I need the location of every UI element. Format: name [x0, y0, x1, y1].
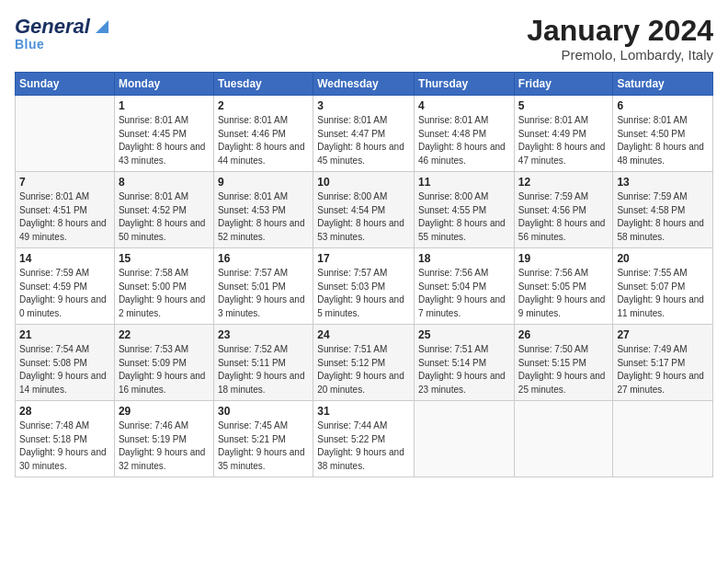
day-number: 31	[317, 405, 410, 418]
calendar-week-row: 7Sunrise: 8:01 AMSunset: 4:51 PMDaylight…	[16, 172, 713, 248]
calendar-cell: 17Sunrise: 7:57 AMSunset: 5:03 PMDayligh…	[313, 248, 415, 325]
day-info: Sunrise: 8:00 AMSunset: 4:55 PMDaylight:…	[418, 190, 510, 244]
day-number: 5	[518, 99, 609, 112]
calendar-cell: 21Sunrise: 7:54 AMSunset: 5:08 PMDayligh…	[16, 325, 115, 401]
day-info: Sunrise: 7:59 AMSunset: 4:59 PMDaylight:…	[19, 267, 110, 320]
day-number: 16	[218, 252, 309, 265]
day-number: 25	[418, 328, 510, 341]
calendar-cell: 15Sunrise: 7:58 AMSunset: 5:00 PMDayligh…	[114, 248, 213, 325]
day-info: Sunrise: 8:01 AMSunset: 4:48 PMDaylight:…	[418, 114, 510, 167]
calendar-cell: 13Sunrise: 7:59 AMSunset: 4:58 PMDayligh…	[613, 172, 713, 248]
calendar-week-row: 14Sunrise: 7:59 AMSunset: 4:59 PMDayligh…	[16, 248, 713, 325]
month-title: January 2024	[527, 15, 713, 47]
day-number: 6	[617, 99, 709, 112]
calendar-week-row: 1Sunrise: 8:01 AMSunset: 4:45 PMDaylight…	[16, 96, 713, 172]
day-number: 15	[119, 252, 210, 265]
day-info: Sunrise: 7:59 AMSunset: 4:56 PMDaylight:…	[518, 190, 609, 244]
calendar-header-row: Sunday Monday Tuesday Wednesday Thursday…	[16, 73, 713, 96]
calendar-table: Sunday Monday Tuesday Wednesday Thursday…	[15, 72, 713, 477]
calendar-week-row: 21Sunrise: 7:54 AMSunset: 5:08 PMDayligh…	[16, 325, 713, 401]
calendar-cell: 4Sunrise: 8:01 AMSunset: 4:48 PMDaylight…	[415, 96, 515, 172]
day-info: Sunrise: 7:56 AMSunset: 5:05 PMDaylight:…	[518, 267, 609, 320]
calendar-cell	[514, 401, 613, 477]
day-number: 20	[617, 252, 709, 265]
day-number: 22	[119, 328, 210, 341]
col-tuesday: Tuesday	[213, 73, 313, 96]
calendar-cell: 27Sunrise: 7:49 AMSunset: 5:17 PMDayligh…	[613, 325, 713, 401]
day-number: 27	[617, 328, 709, 341]
day-number: 9	[218, 176, 309, 189]
day-number: 26	[518, 328, 609, 341]
day-number: 1	[119, 99, 210, 112]
col-sunday: Sunday	[16, 73, 115, 96]
day-number: 30	[218, 405, 309, 418]
col-wednesday: Wednesday	[313, 73, 415, 96]
day-info: Sunrise: 7:46 AMSunset: 5:19 PMDaylight:…	[119, 419, 210, 473]
day-info: Sunrise: 8:01 AMSunset: 4:47 PMDaylight:…	[317, 114, 410, 167]
calendar-cell: 20Sunrise: 7:55 AMSunset: 5:07 PMDayligh…	[613, 248, 713, 325]
calendar-cell: 18Sunrise: 7:56 AMSunset: 5:04 PMDayligh…	[415, 248, 515, 325]
calendar-cell: 23Sunrise: 7:52 AMSunset: 5:11 PMDayligh…	[213, 325, 313, 401]
title-block: January 2024 Premolo, Lombardy, Italy	[527, 15, 713, 63]
calendar-cell: 11Sunrise: 8:00 AMSunset: 4:55 PMDayligh…	[415, 172, 515, 248]
calendar-cell: 24Sunrise: 7:51 AMSunset: 5:12 PMDayligh…	[313, 325, 415, 401]
day-number: 19	[518, 252, 609, 265]
day-number: 3	[317, 99, 410, 112]
page-header: General Blue January 2024 Premolo, Lomba…	[15, 15, 713, 63]
day-info: Sunrise: 7:59 AMSunset: 4:58 PMDaylight:…	[617, 190, 709, 244]
calendar-cell: 10Sunrise: 8:00 AMSunset: 4:54 PMDayligh…	[313, 172, 415, 248]
day-info: Sunrise: 8:01 AMSunset: 4:52 PMDaylight:…	[119, 190, 210, 244]
logo-triangle-icon	[92, 17, 112, 37]
calendar-cell: 29Sunrise: 7:46 AMSunset: 5:19 PMDayligh…	[114, 401, 213, 477]
calendar-cell: 6Sunrise: 8:01 AMSunset: 4:50 PMDaylight…	[613, 96, 713, 172]
day-number: 28	[19, 405, 110, 418]
day-info: Sunrise: 7:49 AMSunset: 5:17 PMDaylight:…	[617, 343, 709, 396]
day-info: Sunrise: 8:01 AMSunset: 4:51 PMDaylight:…	[19, 190, 110, 244]
day-number: 11	[418, 176, 510, 189]
calendar-cell: 2Sunrise: 8:01 AMSunset: 4:46 PMDaylight…	[213, 96, 313, 172]
day-info: Sunrise: 7:48 AMSunset: 5:18 PMDaylight:…	[19, 419, 110, 473]
calendar-cell	[16, 96, 115, 172]
calendar-cell: 16Sunrise: 7:57 AMSunset: 5:01 PMDayligh…	[213, 248, 313, 325]
col-friday: Friday	[514, 73, 613, 96]
day-number: 24	[317, 328, 410, 341]
day-info: Sunrise: 8:01 AMSunset: 4:53 PMDaylight:…	[218, 190, 309, 244]
logo: General Blue	[15, 15, 112, 52]
day-number: 17	[317, 252, 410, 265]
day-info: Sunrise: 7:51 AMSunset: 5:14 PMDaylight:…	[418, 343, 510, 396]
calendar-cell: 1Sunrise: 8:01 AMSunset: 4:45 PMDaylight…	[114, 96, 213, 172]
day-info: Sunrise: 8:01 AMSunset: 4:45 PMDaylight:…	[119, 114, 210, 167]
day-number: 2	[218, 99, 309, 112]
day-number: 8	[119, 176, 210, 189]
day-info: Sunrise: 7:56 AMSunset: 5:04 PMDaylight:…	[418, 267, 510, 320]
logo-blue-text: Blue	[15, 37, 44, 52]
day-number: 13	[617, 176, 709, 189]
day-number: 21	[19, 328, 110, 341]
calendar-cell: 22Sunrise: 7:53 AMSunset: 5:09 PMDayligh…	[114, 325, 213, 401]
calendar-cell: 14Sunrise: 7:59 AMSunset: 4:59 PMDayligh…	[16, 248, 115, 325]
calendar-cell: 5Sunrise: 8:01 AMSunset: 4:49 PMDaylight…	[514, 96, 613, 172]
day-number: 10	[317, 176, 410, 189]
day-info: Sunrise: 7:44 AMSunset: 5:22 PMDaylight:…	[317, 419, 410, 473]
day-info: Sunrise: 7:58 AMSunset: 5:00 PMDaylight:…	[119, 267, 210, 320]
day-number: 29	[119, 405, 210, 418]
calendar-cell: 30Sunrise: 7:45 AMSunset: 5:21 PMDayligh…	[213, 401, 313, 477]
calendar-cell: 12Sunrise: 7:59 AMSunset: 4:56 PMDayligh…	[514, 172, 613, 248]
calendar-week-row: 28Sunrise: 7:48 AMSunset: 5:18 PMDayligh…	[16, 401, 713, 477]
day-info: Sunrise: 7:57 AMSunset: 5:01 PMDaylight:…	[218, 267, 309, 320]
calendar-cell: 8Sunrise: 8:01 AMSunset: 4:52 PMDaylight…	[114, 172, 213, 248]
col-saturday: Saturday	[613, 73, 713, 96]
day-info: Sunrise: 7:54 AMSunset: 5:08 PMDaylight:…	[19, 343, 110, 396]
day-number: 14	[19, 252, 110, 265]
day-number: 12	[518, 176, 609, 189]
day-info: Sunrise: 8:00 AMSunset: 4:54 PMDaylight:…	[317, 190, 410, 244]
day-number: 4	[418, 99, 510, 112]
day-info: Sunrise: 7:45 AMSunset: 5:21 PMDaylight:…	[218, 419, 309, 473]
day-info: Sunrise: 7:55 AMSunset: 5:07 PMDaylight:…	[617, 267, 709, 320]
calendar-cell: 25Sunrise: 7:51 AMSunset: 5:14 PMDayligh…	[415, 325, 515, 401]
day-info: Sunrise: 8:01 AMSunset: 4:46 PMDaylight:…	[218, 114, 309, 167]
day-info: Sunrise: 8:01 AMSunset: 4:50 PMDaylight:…	[617, 114, 709, 167]
day-info: Sunrise: 8:01 AMSunset: 4:49 PMDaylight:…	[518, 114, 609, 167]
col-thursday: Thursday	[415, 73, 515, 96]
calendar-cell: 7Sunrise: 8:01 AMSunset: 4:51 PMDaylight…	[16, 172, 115, 248]
